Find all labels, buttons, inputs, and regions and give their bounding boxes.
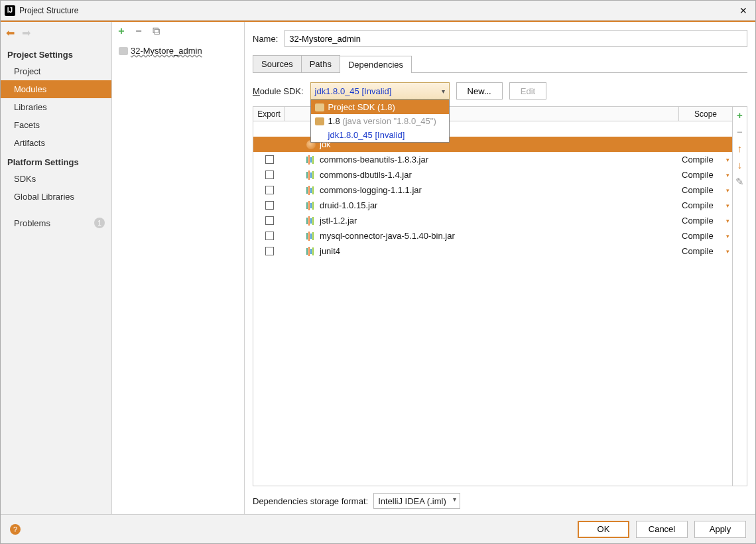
sidebar-item-artifacts[interactable]: Artifacts [1,134,111,152]
chevron-down-icon: ▾ [726,202,729,209]
export-cell [253,201,285,210]
export-cell [253,216,285,225]
sdk-option-18[interactable]: 1.8 (java version "1.8.0_45") [311,114,449,128]
dep-row[interactable]: commons-dbutils-1.4.jarCompile▾ [253,167,732,182]
library-icon [306,201,316,210]
export-cell [253,170,285,179]
copy-module-icon[interactable]: ⧉ [151,26,161,36]
scope-cell[interactable]: Compile▾ [679,185,732,195]
sdk-dropdown: Project SDK (1.8) 1.8 (java version "1.8… [310,100,450,143]
module-name: 32-Mystore_admin [131,46,202,56]
tab-sources[interactable]: Sources [253,55,302,72]
sdk-option-label: jdk1.8.0_45 [Invalid] [328,130,405,140]
name-row: Name: [253,30,747,47]
close-icon[interactable]: ✕ [725,5,751,16]
export-checkbox[interactable] [265,247,274,255]
move-up-icon[interactable]: ↑ [737,143,743,154]
sidebar-item-global-libraries[interactable]: Global Libraries [1,188,111,206]
back-icon[interactable]: ⬅ [6,27,17,37]
export-checkbox[interactable] [265,232,274,240]
export-checkbox[interactable] [265,201,274,210]
sdk-select-wrapper: jdk1.8.0_45 [Invalid] ▾ Project SDK (1.8… [310,82,450,100]
module-sdk-select[interactable]: jdk1.8.0_45 [Invalid] ▾ [310,82,450,100]
dep-row[interactable]: druid-1.0.15.jarCompile▾ [253,198,732,213]
edit-dep-icon[interactable]: ✎ [735,176,744,188]
export-checkbox[interactable] [265,186,274,194]
module-tree: 32-Mystore_admin [112,40,244,514]
sdk-option-project[interactable]: Project SDK (1.8) [311,100,449,114]
sidebar-item-facets[interactable]: Facets [1,116,111,134]
scope-value: Compile [682,231,714,241]
module-name-input[interactable] [284,30,747,47]
sidebar-item-libraries[interactable]: Libraries [1,98,111,116]
scope-value: Compile [682,185,714,195]
sdk-option-invalid[interactable]: jdk1.8.0_45 [Invalid] [311,128,449,142]
move-down-icon[interactable]: ↓ [737,159,743,170]
sdk-option-label: Project SDK (1.8) [328,102,395,112]
help-icon[interactable]: ? [10,524,21,535]
ok-button[interactable]: OK [578,521,629,538]
scope-cell[interactable]: Compile▾ [679,246,732,256]
dep-row[interactable]: mysql-connector-java-5.1.40-bin.jarCompi… [253,228,732,243]
scope-cell[interactable]: Compile▾ [679,231,732,241]
dep-name-cell: mysql-connector-java-5.1.40-bin.jar [285,231,679,241]
dep-name-label: junit4 [320,246,340,256]
folder-icon [315,103,324,111]
name-label: Name: [253,34,278,44]
scope-value: Compile [682,200,714,210]
dep-row[interactable]: commons-logging-1.1.1.jarCompile▾ [253,182,732,198]
chevron-down-icon: ▾ [726,157,729,163]
scope-header[interactable]: Scope [679,107,732,121]
scope-cell[interactable]: Compile▾ [679,200,732,210]
sidebar-item-modules[interactable]: Modules [1,80,111,98]
library-icon [306,232,316,241]
cancel-button[interactable]: Cancel [636,521,688,538]
add-dep-icon[interactable]: + [737,109,743,121]
platform-settings-heading: Platform Settings [1,152,111,170]
dep-name-cell: commons-logging-1.1.1.jar [285,185,679,195]
deps-area: Export Scope <Mjdkcommons-beanutils-1.8.… [253,106,747,486]
remove-module-icon[interactable]: − [133,26,144,36]
apply-button[interactable]: Apply [694,521,746,538]
module-tree-item[interactable]: 32-Mystore_admin [115,44,241,57]
dep-row[interactable]: jstl-1.2.jarCompile▾ [253,213,732,228]
tab-paths[interactable]: Paths [301,55,340,72]
sidebar-item-problems[interactable]: Problems 1 [1,214,111,232]
export-checkbox[interactable] [265,216,274,225]
edit-sdk-button: Edit [509,82,546,100]
dep-row[interactable]: junit4Compile▾ [253,243,732,259]
sidebar-item-project[interactable]: Project [1,62,111,80]
module-column: + − ⧉ 32-Mystore_admin [112,22,245,514]
forward-icon[interactable]: ➡ [22,27,32,37]
sdk-row: Module SDK: jdk1.8.0_45 [Invalid] ▾ Proj… [253,82,747,100]
dep-name-label: commons-dbutils-1.4.jar [320,170,412,180]
dep-name-cell: commons-beanutils-1.8.3.jar [285,155,679,165]
storage-row: Dependencies storage format: IntelliJ ID… [253,493,747,509]
scope-cell[interactable]: Compile▾ [679,216,732,226]
tab-dependencies[interactable]: Dependencies [340,56,412,73]
scope-cell[interactable]: Compile▾ [679,155,732,165]
export-checkbox[interactable] [265,170,274,179]
dep-name-cell: druid-1.0.15.jar [285,200,679,210]
chevron-down-icon: ▾ [726,187,729,194]
dep-name-cell: junit4 [285,246,679,256]
remove-dep-icon[interactable]: − [737,126,743,137]
export-checkbox[interactable] [265,155,274,164]
export-header[interactable]: Export [253,107,285,121]
scope-value: Compile [682,155,714,165]
storage-format-select[interactable]: IntelliJ IDEA (.iml) [373,493,460,509]
dep-name-label: jstl-1.2.jar [320,216,357,226]
dep-row[interactable]: commons-beanutils-1.8.3.jarCompile▾ [253,152,732,167]
scope-cell[interactable]: Compile▾ [679,170,732,180]
main-panel: Name: Sources Paths Dependencies Module … [245,22,755,514]
deps-table: Export Scope <Mjdkcommons-beanutils-1.8.… [253,107,732,486]
chevron-down-icon: ▾ [726,233,729,239]
add-module-icon[interactable]: + [116,26,127,36]
library-icon [306,155,316,165]
chevron-down-icon: ▾ [442,88,445,95]
dialog-title: Project Structure [19,6,725,15]
sidebar-item-sdks[interactable]: SDKs [1,170,111,188]
new-sdk-button[interactable]: New... [456,82,503,100]
titlebar: IJ Project Structure ✕ [1,1,755,21]
library-icon [306,170,316,180]
